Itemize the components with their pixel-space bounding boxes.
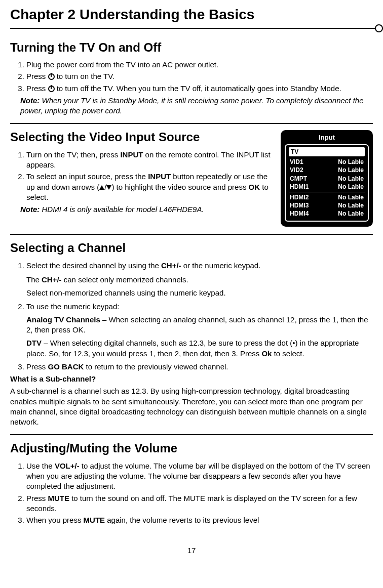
input-row: HDMI1No Lable (289, 183, 365, 191)
sub-analog: Analog TV Channels – When selecting an a… (26, 315, 373, 335)
step-input-1: Turn on the TV; then, press INPUT on the… (26, 150, 273, 171)
input-row: HDMI2No Lable (289, 193, 365, 201)
section-volume: Adjusting/Muting the Volume (10, 440, 373, 456)
power-icon (48, 86, 55, 92)
input-separator (289, 192, 365, 192)
sub-dtv: DTV – When selecting digital channels, s… (26, 338, 373, 359)
chapter-rule (10, 24, 373, 32)
step-vol-3: When you press MUTE again, the volume re… (26, 515, 373, 525)
divider (10, 234, 373, 235)
step-2: Press to turn on the TV. (26, 71, 373, 81)
input-row: HDMI4No Lable (289, 209, 365, 218)
input-source-panel: Input TV VID1No Lable VID2No Lable CMPTN… (281, 130, 373, 227)
section-channel: Selecting a Channel (10, 240, 373, 256)
step-3: Press to turn off the TV. When you turn … (26, 83, 373, 94)
input-row: VID1No Lable (289, 158, 365, 166)
input-panel-title: Input (285, 133, 369, 142)
step-vol-2: Press MUTE to turn the sound on and off.… (26, 493, 373, 514)
section-turning-on-off: Turning the TV On and Off (10, 39, 373, 56)
subchannel-text: A sub-channel is a channel such as 12.3.… (10, 386, 373, 427)
step-input-2: To select an input source, press the INP… (26, 172, 273, 202)
step-channel-3: Press GO BACK to return to the previousl… (26, 362, 373, 372)
sub-nonmemorized: Select non-memorized channels using the … (26, 288, 373, 298)
step-1: Plug the power cord from the TV into an … (26, 60, 373, 70)
section-input-source: Selecting the Video Input Source (10, 129, 273, 145)
subchannel-heading: What is a Sub-channel? (10, 374, 373, 384)
divider (10, 123, 373, 124)
divider (10, 434, 373, 435)
step-vol-1: Use the VOL+/- to adjust the volume. The… (26, 461, 373, 492)
input-row-tv: TV (289, 147, 365, 156)
arrow-up-icon (99, 185, 104, 190)
input-row: VID2No Lable (289, 166, 365, 174)
page-number: 17 (10, 545, 373, 556)
chapter-title: Chapter 2 Understanding the Basics (10, 5, 373, 24)
step-channel-2: To use the numeric keypad: Analog TV Cha… (26, 302, 373, 359)
step-channel-1: Select the desired channel by using the … (26, 261, 373, 299)
input-row: CMPTNo Lable (289, 175, 365, 183)
arrow-down-icon (106, 185, 111, 190)
chapter-ornament-icon (375, 24, 383, 32)
power-icon (48, 73, 55, 80)
note-standby: Note: When your TV is in Standby Mode, i… (20, 96, 373, 116)
sub-memorized: The CH+/- can select only memorized chan… (26, 275, 373, 285)
note-hdmi4: Note: HDMI 4 is only available for model… (20, 204, 273, 215)
input-row: HDMI3No Lable (289, 201, 365, 209)
